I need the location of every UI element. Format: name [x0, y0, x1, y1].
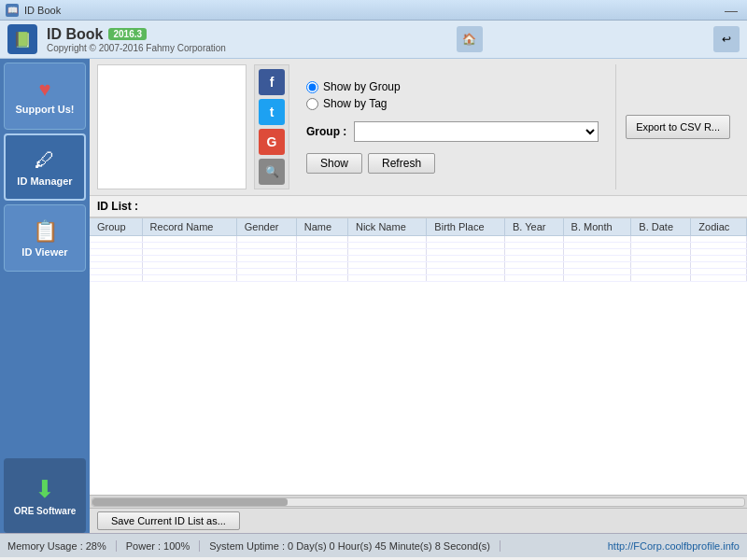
- download-icon: ⬇: [35, 475, 55, 504]
- col-record-name: Record Name: [142, 218, 236, 236]
- sidebar: ♥ Support Us! 🖊 ID Manager 📋 ID Viewer ⬇…: [0, 59, 90, 533]
- twitter-button[interactable]: t: [259, 99, 285, 125]
- table-row[interactable]: [90, 275, 747, 282]
- save-id-list-button[interactable]: Save Current ID List as...: [97, 511, 240, 530]
- col-b-year: B. Year: [505, 218, 564, 236]
- content-area: f t G 🔍 Show by Group Show by Tag: [90, 59, 747, 533]
- social-panel: f t G 🔍: [254, 64, 289, 189]
- header-back-icon[interactable]: ↩: [713, 26, 740, 52]
- col-birth-place: Birth Place: [427, 218, 505, 236]
- export-csv-button[interactable]: Export to CSV R...: [626, 115, 730, 139]
- app-title: ID Book: [47, 26, 103, 43]
- power-status: Power : 100%: [117, 540, 200, 552]
- group-label: Group :: [306, 125, 346, 138]
- col-b-month: B. Month: [563, 218, 631, 236]
- id-manager-icon: 🖊: [35, 148, 55, 173]
- radio-group-input[interactable]: [306, 81, 318, 93]
- table-row[interactable]: [90, 269, 747, 275]
- table-header-row: Group Record Name Gender Name Nick Name …: [90, 218, 747, 236]
- id-list-header: ID List :: [90, 196, 747, 217]
- group-row: Group :: [306, 121, 599, 142]
- googleplus-button[interactable]: G: [259, 129, 285, 155]
- scroll-thumb[interactable]: [92, 498, 288, 506]
- sidebar-bottom-label: ORE Software: [14, 506, 77, 516]
- button-row: Show Refresh: [306, 153, 599, 174]
- radio-tag-input[interactable]: [306, 98, 318, 110]
- scroll-track[interactable]: [92, 497, 745, 507]
- sidebar-bottom-button[interactable]: ⬇ ORE Software: [4, 458, 86, 533]
- bottom-bar: Save Current ID List as...: [90, 508, 747, 533]
- id-list-title: ID List :: [97, 200, 138, 213]
- table-row[interactable]: [90, 243, 747, 249]
- image-panel: [97, 64, 247, 189]
- id-viewer-icon: 📋: [33, 219, 58, 244]
- col-group: Group: [90, 218, 142, 236]
- title-bar-text: ID Book: [24, 5, 61, 16]
- title-bar: 📖 ID Book —: [0, 0, 747, 21]
- uptime-status: System Uptime : 0 Day(s) 0 Hour(s) 45 Mi…: [200, 540, 500, 552]
- facebook-button[interactable]: f: [259, 69, 285, 95]
- main-layout: ♥ Support Us! 🖊 ID Manager 📋 ID Viewer ⬇…: [0, 59, 747, 533]
- col-name: Name: [296, 218, 347, 236]
- refresh-button[interactable]: Refresh: [368, 153, 435, 174]
- radio-group: Show by Group Show by Tag: [306, 80, 599, 110]
- group-dropdown[interactable]: [354, 121, 599, 142]
- sidebar-item-id-viewer[interactable]: 📋 ID Viewer: [4, 204, 86, 272]
- sidebar-item-id-manager[interactable]: 🖊 ID Manager: [4, 133, 86, 201]
- sidebar-support-button[interactable]: ♥ Support Us!: [4, 63, 86, 130]
- top-controls-panel: f t G 🔍 Show by Group Show by Tag: [90, 59, 747, 196]
- minimize-button[interactable]: —: [721, 3, 741, 18]
- col-zodiac: Zodiac: [691, 218, 747, 236]
- heart-icon: ♥: [38, 77, 50, 102]
- table-row[interactable]: [90, 262, 747, 269]
- table-body: [90, 236, 747, 282]
- sidebar-item-id-manager-label: ID Manager: [17, 175, 72, 187]
- radio-tag-label: Show by Tag: [323, 97, 388, 110]
- col-gender: Gender: [236, 218, 296, 236]
- table-row[interactable]: [90, 249, 747, 256]
- horizontal-scrollbar[interactable]: [90, 495, 747, 508]
- id-list-table-container[interactable]: Group Record Name Gender Name Nick Name …: [90, 217, 747, 495]
- table-header: Group Record Name Gender Name Nick Name …: [90, 218, 747, 236]
- id-list-table: Group Record Name Gender Name Nick Name …: [90, 218, 747, 282]
- website-link[interactable]: http://FCorp.coolfbprofile.info: [608, 540, 740, 552]
- copyright-text: Copyright © 2007-2016 Fahmy Corporation: [47, 43, 226, 53]
- col-nick-name: Nick Name: [347, 218, 426, 236]
- status-bar: Memory Usage : 28% Power : 100% System U…: [0, 533, 747, 557]
- radio-show-by-tag[interactable]: Show by Tag: [306, 97, 599, 110]
- radio-group-label: Show by Group: [323, 80, 401, 93]
- app-header: 📗 ID Book 2016.3 Copyright © 2007-2016 F…: [0, 21, 747, 59]
- search-social-button[interactable]: 🔍: [259, 159, 285, 185]
- sidebar-item-id-viewer-label: ID Viewer: [21, 246, 67, 258]
- table-row[interactable]: [90, 256, 747, 262]
- app-title-block: ID Book 2016.3 Copyright © 2007-2016 Fah…: [47, 26, 226, 53]
- table-row[interactable]: [90, 236, 747, 243]
- filter-panel: Show by Group Show by Tag Group : Show R…: [297, 64, 608, 189]
- col-b-date: B. Date: [631, 218, 691, 236]
- app-header-icon: 📗: [7, 24, 37, 54]
- sidebar-support-label: Support Us!: [16, 104, 75, 115]
- memory-usage: Memory Usage : 28%: [7, 540, 117, 552]
- show-button[interactable]: Show: [306, 153, 362, 174]
- header-home-icon[interactable]: 🏠: [457, 26, 483, 52]
- radio-show-by-group[interactable]: Show by Group: [306, 80, 599, 93]
- version-badge: 2016.3: [108, 28, 147, 40]
- export-panel: Export to CSV R...: [615, 64, 740, 189]
- app-small-icon: 📖: [6, 4, 19, 17]
